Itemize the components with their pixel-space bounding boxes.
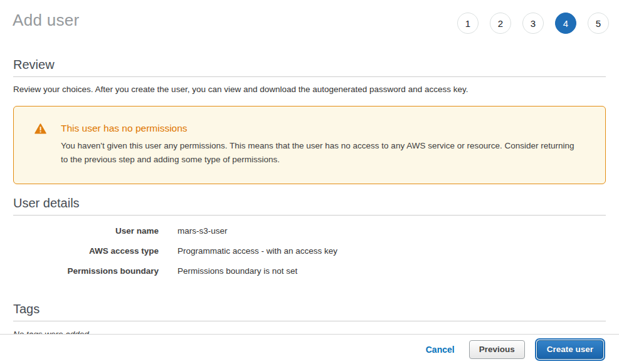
step-1: 1 [457,13,479,34]
detail-value: mars-s3-user [177,226,228,236]
user-details-rows: User name mars-s3-user AWS access type P… [13,226,606,276]
detail-label: User name [13,226,159,236]
warning-triangle-icon [34,123,46,137]
detail-row-permissions-boundary: Permissions boundary Permissions boundar… [13,266,606,276]
wizard-step-indicator: 1 2 3 4 5 [457,13,609,34]
wizard-content: Review Review your choices. After you cr… [0,57,619,339]
detail-value: Permissions boundary is not set [177,266,297,276]
review-divider [13,76,606,77]
tags-divider [13,321,606,321]
cancel-link[interactable]: Cancel [426,345,455,355]
step-4-current: 4 [555,13,576,34]
user-details-divider [13,215,606,216]
create-user-button[interactable]: Create user [537,340,603,359]
step-5: 5 [588,13,609,34]
detail-label: Permissions boundary [13,266,159,276]
previous-button[interactable]: Previous [469,340,525,359]
user-details-section: User details User name mars-s3-user AWS … [13,195,606,276]
tags-section: Tags No tags were added. [13,301,606,339]
warning-body: You haven't given this user any permissi… [61,139,583,167]
page-title: Add user [13,10,79,30]
review-heading: Review [13,57,606,72]
step-2: 2 [490,13,511,34]
review-section: Review Review your choices. After you cr… [13,57,606,95]
wizard-header: Add user 1 2 3 4 5 [0,0,619,34]
warning-text: This user has no permissions You haven't… [61,122,583,167]
detail-label: AWS access type [13,246,159,256]
detail-value: Programmatic access - with an access key [177,246,337,256]
review-description: Review your choices. After you create th… [13,84,606,95]
detail-row-user-name: User name mars-s3-user [13,226,606,236]
wizard-footer: Cancel Previous Create user [0,334,619,364]
step-3: 3 [522,13,544,34]
no-permissions-warning-banner: This user has no permissions You haven't… [13,106,606,184]
warning-title: This user has no permissions [61,122,583,134]
detail-row-access-type: AWS access type Programmatic access - wi… [13,246,606,256]
tags-heading: Tags [13,301,606,316]
user-details-heading: User details [13,195,606,211]
